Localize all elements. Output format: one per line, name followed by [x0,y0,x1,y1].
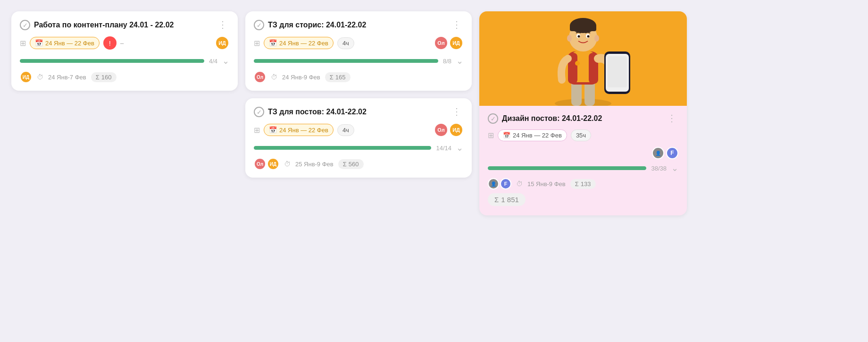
footer-date: 24 Янв-9 Фев [282,74,320,81]
sigma-icon: Σ [343,161,347,168]
progress-text: 8/8 [443,58,451,65]
expand-button[interactable]: ⌄ [222,56,229,66]
pink-card-body: ✓ Дизайн постов: 24.01-22.02 ⋮ ⊞ 📅 24 Ян… [479,106,687,215]
hero-illustration [517,11,649,106]
subtask-icon: ⊞ [254,126,260,135]
avatar-id: ИД [449,123,463,137]
date-badge: 📅 24 Янв — 22 Фев [264,37,334,49]
dots-menu-button[interactable]: ⋮ [665,113,678,123]
card-title: ТЗ для постов: 24.01-22.02 [268,107,367,117]
sigma-icon: Σ [575,180,579,188]
card-header: ✓ ТЗ для постов: 24.01-22.02 ⋮ [254,107,463,117]
card-title: Дизайн постов: 24.01-22.02 [502,114,602,124]
avatars-row: 👤 F [488,147,678,159]
check-icon[interactable]: ✓ [488,113,498,124]
card-tz-posts: ✓ ТЗ для постов: 24.01-22.02 ⋮ ⊞ 📅 24 Ян… [245,98,472,178]
title-row: ✓ Работа по контент-плану 24.01 - 22.02 [20,20,216,30]
card-meta: ⊞ 📅 24 Янв — 22 Фев 35ч [488,129,678,141]
footer-avatar: ИД [20,71,32,83]
alert-badge: ! [103,36,117,50]
hero-image [479,11,687,106]
dots-menu-button[interactable]: ⋮ [216,20,229,29]
progress-row: 4/4 ⌄ [20,56,229,66]
avatar-ol: Ол [434,123,448,137]
sigma-badge: Σ 133 [570,179,596,189]
sigma-icon: Σ [330,74,334,81]
progress-text: 4/4 [209,58,217,65]
dash: – [120,40,124,47]
clock-icon: ⏱ [516,180,523,188]
progress-bar [254,59,438,63]
footer-avatar-id: ИД [267,158,279,170]
card-footer: Ол ИД ⏱ 25 Янв-9 Фев Σ 560 [254,158,463,170]
column-1: ✓ Работа по контент-плану 24.01 - 22.02 … [11,11,238,91]
card-meta: ⊞ 📅 24 Янв — 22 Фев 4ч Ол ИД [254,36,463,50]
progress-text: 14/14 [436,145,451,152]
card-footer: ИД ⏱ 24 Янв-7 Фев Σ 160 [20,71,229,83]
expand-button[interactable]: ⌄ [456,143,463,153]
subtask-icon: ⊞ [488,131,494,140]
expand-button[interactable]: ⌄ [456,56,463,66]
footer-date: 24 Янв-7 Фев [48,74,86,81]
svg-rect-16 [608,56,627,87]
progress-bar [254,146,431,150]
progress-bar-wrap [20,59,204,63]
card-header: ✓ Работа по контент-плану 24.01 - 22.02 … [20,20,229,30]
clock-icon: ⏱ [271,73,277,81]
dots-menu-button[interactable]: ⋮ [450,20,463,29]
svg-point-17 [575,61,580,66]
sigma-badge: Σ 160 [91,72,117,82]
expand-button[interactable]: ⌄ [671,163,678,173]
card-meta: ⊞ 📅 24 Янв — 22 Фев 4ч Ол ИД [254,123,463,137]
progress-bar-wrap [254,59,438,63]
progress-row: 8/8 ⌄ [254,56,463,66]
card-meta: ⊞ 📅 24 Янв — 22 Фев ! – ИД [20,36,229,50]
column-3: ✓ Дизайн постов: 24.01-22.02 ⋮ ⊞ 📅 24 Ян… [479,11,687,215]
card-design-posts: ✓ Дизайн постов: 24.01-22.02 ⋮ ⊞ 📅 24 Ян… [479,11,687,215]
progress-row: 38/38 ⌄ [488,163,678,173]
progress-bar [488,166,646,170]
progress-bar-wrap [488,166,646,170]
card-footer: 👤 F ⏱ 15 Янв-9 Фев Σ 133 [488,178,678,189]
progress-text: 38/38 [651,165,667,172]
footer-avatar-f: F [500,178,511,189]
progress-row: 14/14 ⌄ [254,143,463,153]
column-2: ✓ ТЗ для сторис: 24.01-22.02 ⋮ ⊞ 📅 24 Ян… [245,11,472,178]
card-footer: Ол ⏱ 24 Янв-9 Фев Σ 165 [254,71,463,83]
footer-date: 15 Янв-9 Фев [527,180,566,188]
calendar-icon: 📅 [503,132,510,139]
card-header: ✓ Дизайн постов: 24.01-22.02 ⋮ [488,113,678,124]
svg-point-12 [578,35,580,38]
card-title: ТЗ для сторис: 24.01-22.02 [268,20,366,30]
sigma-large-icon: Σ [494,196,499,204]
card-header: ✓ ТЗ для сторис: 24.01-22.02 ⋮ [254,20,463,30]
dots-menu-button[interactable]: ⋮ [450,107,463,116]
date-badge: 📅 24 Янв — 22 Фев [498,129,567,141]
card-tz-storis: ✓ ТЗ для сторис: 24.01-22.02 ⋮ ⊞ 📅 24 Ян… [245,11,472,91]
avatar-people-icon: 👤 [652,147,664,159]
check-icon[interactable]: ✓ [254,107,264,117]
avatar-ol: Ол [434,36,448,50]
footer-avatar-people: 👤 [488,178,499,189]
calendar-icon: 📅 [269,126,277,134]
clock-icon: ⏱ [37,73,43,81]
title-row: ✓ Дизайн постов: 24.01-22.02 [488,113,665,124]
hours-badge: 4ч [337,124,354,136]
calendar-icon: 📅 [35,39,43,47]
svg-point-19 [594,35,599,42]
svg-point-18 [567,35,572,42]
avatar-id: ИД [449,36,463,50]
subtask-icon: ⊞ [20,39,26,48]
card-work-plan: ✓ Работа по контент-плану 24.01 - 22.02 … [11,11,238,91]
avatar-id: ИД [215,36,229,50]
svg-rect-9 [570,25,596,31]
sigma-large-badge: Σ 1 851 [488,193,526,206]
date-badge: 📅 24 Янв — 22 Фев [264,124,334,136]
avatar-f: F [666,147,678,159]
check-icon[interactable]: ✓ [254,20,264,30]
svg-point-13 [587,35,590,38]
check-icon[interactable]: ✓ [20,20,30,30]
hours-badge: 4ч [337,37,354,49]
footer-avatar-ol: Ол [254,158,266,170]
sigma-badge: Σ 560 [338,159,364,169]
